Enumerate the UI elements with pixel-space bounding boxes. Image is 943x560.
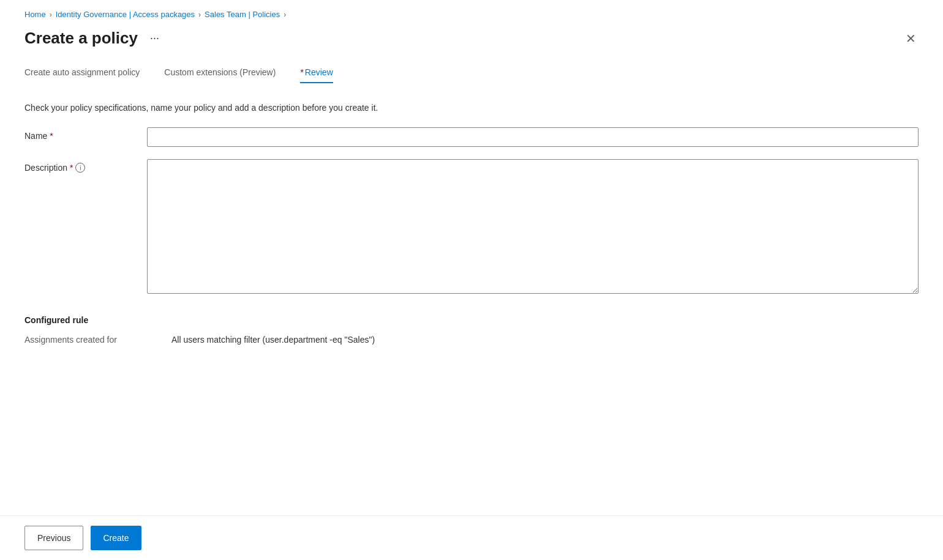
wizard-step-review[interactable]: *Review xyxy=(300,67,332,83)
rule-row: Assignments created for All users matchi… xyxy=(24,335,919,345)
description-row: Description * i xyxy=(24,159,919,296)
more-options-button[interactable]: ··· xyxy=(145,29,164,47)
breadcrumb-identity-governance[interactable]: Identity Governance | Access packages xyxy=(56,10,195,19)
breadcrumb-separator-1: › xyxy=(50,10,52,19)
name-label: Name * xyxy=(24,127,147,141)
name-input[interactable] xyxy=(147,127,919,147)
footer: Previous Create xyxy=(0,515,943,560)
description-input-container xyxy=(147,159,919,296)
close-button[interactable]: ✕ xyxy=(903,30,919,47)
breadcrumb-sales-team[interactable]: Sales Team | Policies xyxy=(205,10,280,19)
description-required-star: * xyxy=(70,163,73,173)
breadcrumb-separator-2: › xyxy=(198,10,201,19)
breadcrumb-separator-3: › xyxy=(284,10,286,19)
page-title-area: Create a policy ··· xyxy=(24,29,164,48)
breadcrumb-home[interactable]: Home xyxy=(24,10,46,19)
configured-rule-title: Configured rule xyxy=(24,315,919,325)
previous-button[interactable]: Previous xyxy=(24,526,83,550)
description-input[interactable] xyxy=(147,159,919,294)
page-title: Create a policy xyxy=(24,29,138,48)
page-header: Create a policy ··· ✕ xyxy=(24,29,919,48)
assignments-value: All users matching filter (user.departme… xyxy=(171,335,375,345)
breadcrumb: Home › Identity Governance | Access pack… xyxy=(24,10,919,19)
description-label: Description * i xyxy=(24,159,147,173)
name-row: Name * xyxy=(24,127,919,147)
assignments-label: Assignments created for xyxy=(24,335,147,345)
wizard-steps: Create auto assignment policy Custom ext… xyxy=(24,67,919,83)
form-section: Check your policy specifications, name y… xyxy=(24,103,919,296)
review-required-star: * xyxy=(300,67,303,77)
name-input-container xyxy=(147,127,919,147)
form-description: Check your policy specifications, name y… xyxy=(24,103,919,113)
wizard-step-custom-extensions[interactable]: Custom extensions (Preview) xyxy=(164,67,276,83)
name-required-star: * xyxy=(50,131,53,141)
configured-rule-section: Configured rule Assignments created for … xyxy=(24,315,919,345)
wizard-step-auto-assignment[interactable]: Create auto assignment policy xyxy=(24,67,140,83)
create-button[interactable]: Create xyxy=(91,526,141,550)
description-info-icon[interactable]: i xyxy=(75,163,85,173)
